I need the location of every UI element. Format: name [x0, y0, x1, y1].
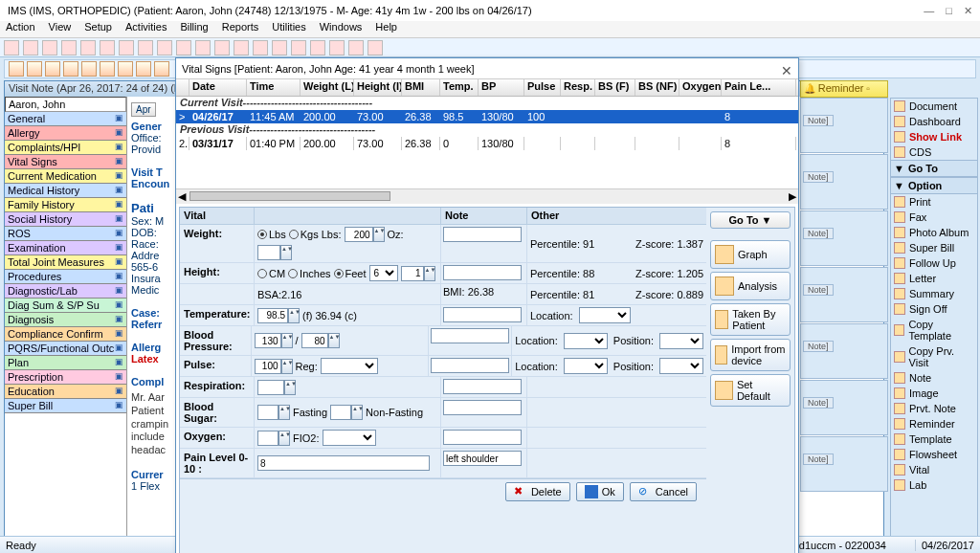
nav-item-complaints-hpi[interactable]: Complaints/HPI▣ — [5, 141, 126, 155]
nav-item-diagnostic-lab[interactable]: Diagnostic/Lab▣ — [5, 284, 126, 299]
nav-item-diagnosis[interactable]: Diagnosis▣ — [5, 313, 126, 327]
visit-tool-icon[interactable] — [45, 61, 60, 77]
main-toolbar[interactable] — [0, 38, 980, 57]
col-bsnf[interactable]: BS (NF) — [635, 79, 679, 96]
grid-scrollbar[interactable]: ◀▶ — [176, 188, 798, 204]
temp-input[interactable] — [257, 308, 288, 323]
pulse-position-select[interactable] — [659, 358, 703, 374]
nav-item-general[interactable]: General▣ — [5, 112, 126, 126]
toolbar-icon[interactable] — [61, 40, 77, 55]
toolbar-icon[interactable] — [100, 40, 115, 55]
sugar-note-input[interactable] — [443, 400, 522, 415]
spinner-icon[interactable]: ▲▼ — [373, 227, 385, 242]
oxygen-note-input[interactable] — [443, 430, 522, 445]
maximize-icon[interactable]: □ — [946, 5, 952, 17]
menu-billing[interactable]: Billing — [180, 21, 208, 37]
vitals-row-current[interactable]: > 04/26/17 11:45 AM 200.00 73.00 26.38 9… — [176, 110, 798, 123]
sugar-fasting-input[interactable] — [257, 405, 278, 420]
toolbar-icon[interactable] — [176, 40, 191, 55]
nav-item-compliance-confirm[interactable]: Compliance Confirm▣ — [5, 327, 126, 342]
bp-systolic-input[interactable] — [255, 333, 281, 348]
bp-position-select[interactable] — [659, 333, 703, 349]
nav-item-medical-history[interactable]: Medical History▣ — [5, 184, 126, 198]
toolbar-icon[interactable] — [253, 40, 268, 55]
radio-inches[interactable]: Inches — [288, 268, 330, 279]
pain-note-input[interactable] — [443, 451, 522, 466]
rp-item-image[interactable]: Image — [891, 386, 977, 401]
toolbar-icon[interactable] — [348, 40, 364, 55]
spinner-icon[interactable]: ▲▼ — [278, 405, 290, 420]
toolbar-icon[interactable] — [23, 40, 38, 55]
rp-item-reminder[interactable]: Reminder — [891, 416, 977, 431]
toolbar-icon[interactable] — [291, 40, 306, 55]
toolbar-icon[interactable] — [138, 40, 153, 55]
rp-item-print[interactable]: Print — [891, 194, 977, 210]
rp-item-flowsheet[interactable]: Flowsheet — [891, 447, 977, 462]
respiration-input[interactable] — [257, 380, 284, 395]
nav-item-pqrs-functional-outc[interactable]: PQRS/Functional Outc▣ — [5, 342, 126, 356]
nav-item-prescription[interactable]: Prescription▣ — [5, 370, 126, 385]
toolbar-icon[interactable] — [80, 40, 96, 55]
col-date[interactable]: Date — [189, 79, 247, 96]
pulse-reg-select[interactable] — [321, 358, 378, 374]
col-temp[interactable]: Temp. — [440, 79, 479, 96]
weight-lbs-input[interactable] — [345, 227, 373, 242]
note-cell[interactable]: Note] — [800, 98, 888, 153]
analysis-button[interactable]: Analysis — [710, 272, 791, 300]
rp-item-dashboard[interactable]: Dashboard — [891, 114, 977, 129]
radio-feet[interactable]: Feet — [334, 268, 367, 279]
menu-reports[interactable]: Reports — [222, 21, 259, 37]
rp-item-document[interactable]: Document — [891, 99, 977, 114]
rp-item-option[interactable]: ▼Option — [891, 177, 977, 194]
nav-item-allergy[interactable]: Allergy▣ — [5, 126, 126, 141]
rp-item-go-to[interactable]: ▼Go To — [891, 160, 977, 177]
spinner-icon[interactable]: ▲▼ — [281, 333, 293, 348]
rp-item-vital[interactable]: Vital — [891, 462, 977, 477]
menu-bar[interactable]: Action View Setup Activities Billing Rep… — [0, 21, 980, 38]
note-cell[interactable]: Note] — [800, 323, 888, 379]
visit-tool-icon[interactable] — [154, 61, 169, 77]
note-cell[interactable]: Note] — [800, 380, 888, 435]
resp-note-input[interactable] — [443, 379, 522, 394]
graph-button[interactable]: Graph — [710, 240, 791, 269]
rp-item-copy-prv-visit[interactable]: Copy Prv. Visit — [891, 343, 977, 370]
rp-item-letter[interactable]: Letter — [891, 271, 977, 286]
bp-note-input[interactable] — [431, 328, 509, 343]
toolbar-icon[interactable] — [368, 40, 383, 55]
spinner-icon[interactable]: ▲▼ — [284, 380, 296, 395]
col-resp[interactable]: Resp. — [561, 79, 595, 96]
radio-kgs[interactable]: Kgs — [289, 229, 319, 240]
nav-item-education[interactable]: Education▣ — [5, 385, 126, 399]
toolbar-icon[interactable] — [157, 40, 172, 55]
visit-tool-icon[interactable] — [63, 61, 78, 77]
rp-item-note[interactable]: Note — [891, 370, 977, 386]
set-default-button[interactable]: Set Default — [710, 374, 791, 407]
col-weight[interactable]: Weight (L) — [301, 79, 354, 96]
toolbar-icon[interactable] — [234, 40, 249, 55]
import-device-button[interactable]: Import from device — [710, 339, 791, 371]
fio2-select[interactable] — [323, 430, 376, 446]
visit-tool-icon[interactable] — [27, 61, 42, 77]
nav-item-diag-sum-s-p-su[interactable]: Diag Sum & S/P Su▣ — [5, 299, 126, 313]
note-cell[interactable]: Note] — [800, 210, 888, 266]
nav-item-plan[interactable]: Plan▣ — [5, 356, 126, 370]
pulse-note-input[interactable] — [431, 358, 509, 373]
delete-button[interactable]: ✖Delete — [505, 482, 570, 501]
pain-level-input[interactable] — [257, 455, 430, 471]
pulse-location-select[interactable] — [564, 358, 608, 374]
menu-action[interactable]: Action — [6, 21, 35, 37]
height-in-input[interactable] — [401, 266, 424, 281]
cancel-button[interactable]: ⊘Cancel — [630, 482, 697, 501]
visit-tool-icon[interactable] — [118, 61, 133, 77]
vitals-row-previous[interactable]: 2. 03/31/17 01:40 PM 200.00 73.00 26.38 … — [176, 137, 798, 150]
col-pain[interactable]: Pain Le... — [722, 79, 796, 96]
col-time[interactable]: Time — [247, 79, 301, 96]
toolbar-icon[interactable] — [329, 40, 345, 55]
dialog-close-icon[interactable]: ✕ — [781, 63, 792, 75]
visit-tool-icon[interactable] — [81, 61, 97, 77]
minimize-icon[interactable]: — — [924, 5, 934, 17]
nav-item-social-history[interactable]: Social History▣ — [5, 212, 126, 227]
toolbar-icon[interactable] — [4, 40, 19, 55]
temp-note-input[interactable] — [443, 307, 522, 322]
rp-item-fax[interactable]: Fax — [891, 210, 977, 225]
